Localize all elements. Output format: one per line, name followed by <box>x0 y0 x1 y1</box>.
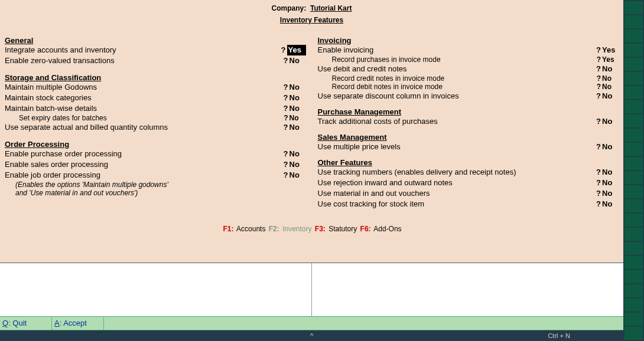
section-general: General <box>5 36 306 45</box>
opt-integrate-accounts: Integrate accounts and inventory <box>5 45 280 55</box>
opt-job-order: Enable job order processing <box>5 170 282 181</box>
val-actual-billed[interactable]: No <box>290 122 306 133</box>
opt-purchase-order: Enable purchase order processing <box>5 149 282 159</box>
val-additional-costs[interactable]: No <box>602 116 619 127</box>
bottom-button-bar: Q: Quit A: Accept <box>0 316 623 330</box>
val-material-vouchers[interactable]: No <box>602 188 619 199</box>
opt-material-vouchers: Use material in and out vouchers <box>318 188 596 199</box>
fkey-f3[interactable]: F3: <box>315 225 326 233</box>
val-tracking-numbers[interactable]: No <box>602 167 619 178</box>
fkey-f2: F2: <box>269 225 279 233</box>
right-sidebar <box>623 0 644 341</box>
val-record-credit[interactable]: No <box>602 74 619 83</box>
sidebar-button[interactable] <box>625 129 643 142</box>
left-column: General Integrate accounts and inventory… <box>5 32 306 209</box>
expand-icon[interactable]: ^ <box>310 332 313 339</box>
sidebar-button[interactable] <box>625 242 643 255</box>
sidebar-button[interactable] <box>625 185 643 198</box>
fkey-bar: F1: Accounts F2: Inventory F3: Statutory… <box>5 225 619 235</box>
val-stock-categories[interactable]: No <box>290 93 306 103</box>
val-record-debit[interactable]: No <box>602 83 619 91</box>
sidebar-button[interactable] <box>625 199 643 212</box>
val-discount-column[interactable]: No <box>602 91 619 101</box>
sidebar-button[interactable] <box>625 86 643 99</box>
company-label: Company: Tutorial Kart <box>272 4 352 12</box>
opt-discount-column: Use separate discount column in invoices <box>318 91 596 101</box>
val-zero-valued[interactable]: No <box>290 55 306 66</box>
opt-sales-order: Enable sales order processing <box>5 159 282 170</box>
val-record-purchases[interactable]: Yes <box>602 55 619 64</box>
opt-tracking-numbers: Use tracking numbers (enables delivery a… <box>318 167 596 178</box>
val-sales-order[interactable]: No <box>290 159 306 170</box>
sidebar-button[interactable] <box>625 1 643 14</box>
opt-price-levels: Use multiple price levels <box>318 142 596 152</box>
right-column: Invoicing Enable invoicing?Yes Record pu… <box>318 32 619 209</box>
fkey-f6[interactable]: F6: <box>360 225 371 233</box>
sidebar-button[interactable] <box>625 327 643 340</box>
opt-record-purchases: Record purchases in invoice mode <box>332 55 596 64</box>
job-order-note1: (Enables the options 'Maintain multiple … <box>5 181 306 189</box>
val-job-order[interactable]: No <box>290 170 306 181</box>
val-multiple-godowns[interactable]: No <box>290 82 306 93</box>
sidebar-button[interactable] <box>625 256 643 269</box>
fkey-f1[interactable]: F1: <box>223 225 233 233</box>
sidebar-button[interactable] <box>625 157 643 170</box>
sidebar-button[interactable] <box>625 58 643 71</box>
sidebar-button[interactable] <box>625 72 643 85</box>
opt-actual-billed: Use separate actual and billed quantity … <box>5 122 282 133</box>
sidebar-button[interactable] <box>625 143 643 156</box>
opt-enable-invoicing: Enable invoicing <box>318 45 596 55</box>
opt-debit-credit: Use debit and credit notes <box>318 64 596 74</box>
section-purchase-mgmt: Purchase Management <box>318 107 619 116</box>
val-price-levels[interactable]: No <box>602 142 619 152</box>
sidebar-button[interactable] <box>625 114 643 127</box>
sidebar-button[interactable] <box>625 284 643 297</box>
opt-expiry-dates: Set expiry dates for batches <box>19 114 282 122</box>
opt-cost-tracking: Use cost tracking for stock item <box>318 199 596 209</box>
val-integrate-accounts[interactable]: Yes <box>287 45 306 55</box>
quit-button[interactable]: Q: Quit <box>0 317 52 330</box>
page-title: Inventory Features <box>280 16 343 24</box>
calculator-area <box>0 263 623 316</box>
job-order-note2: and 'Use material in and out vouchers') <box>5 189 306 197</box>
val-expiry-dates[interactable]: No <box>290 114 306 122</box>
opt-batch-wise: Maintain batch-wise details <box>5 103 282 114</box>
inventory-features-panel: Company: Tutorial Kart Inventory Feature… <box>0 0 623 263</box>
shortcut-hint: Ctrl + N <box>548 332 570 339</box>
sidebar-button[interactable] <box>625 299 643 312</box>
sidebar-button[interactable] <box>625 100 643 113</box>
section-other: Other Features <box>318 158 619 167</box>
sidebar-button[interactable] <box>625 214 643 227</box>
sidebar-button[interactable] <box>625 15 643 28</box>
company-name: Tutorial Kart <box>310 4 352 12</box>
val-purchase-order[interactable]: No <box>290 149 306 159</box>
section-storage: Storage and Classification <box>5 73 306 82</box>
status-bar: ^ Ctrl + N <box>0 330 623 341</box>
sidebar-button[interactable] <box>625 44 643 57</box>
sidebar-button[interactable] <box>625 270 643 283</box>
val-enable-invoicing[interactable]: Yes <box>602 45 619 55</box>
section-invoicing: Invoicing <box>318 36 619 45</box>
accept-button[interactable]: A: Accept <box>52 317 104 330</box>
section-order-processing: Order Processing <box>5 140 306 149</box>
opt-zero-valued: Enable zero-valued transactions <box>5 55 282 66</box>
opt-rejection-notes: Use rejection inward and outward notes <box>318 178 596 188</box>
opt-record-credit: Record credit notes in invoice mode <box>332 74 596 83</box>
sidebar-button[interactable] <box>625 313 643 326</box>
opt-record-debit: Record debit notes in invoice mode <box>332 83 596 91</box>
val-batch-wise[interactable]: No <box>290 103 306 114</box>
section-sales-mgmt: Sales Management <box>318 133 619 142</box>
val-cost-tracking[interactable]: No <box>602 199 619 209</box>
val-rejection-notes[interactable]: No <box>602 178 619 188</box>
sidebar-button[interactable] <box>625 171 643 184</box>
sidebar-button[interactable] <box>625 29 643 42</box>
opt-multiple-godowns: Maintain multiple Godowns <box>5 82 282 93</box>
opt-additional-costs: Track additional costs of purchases <box>318 116 596 127</box>
opt-stock-categories: Maintain stock categories <box>5 93 282 103</box>
sidebar-button[interactable] <box>625 228 643 241</box>
val-debit-credit[interactable]: No <box>602 64 619 74</box>
